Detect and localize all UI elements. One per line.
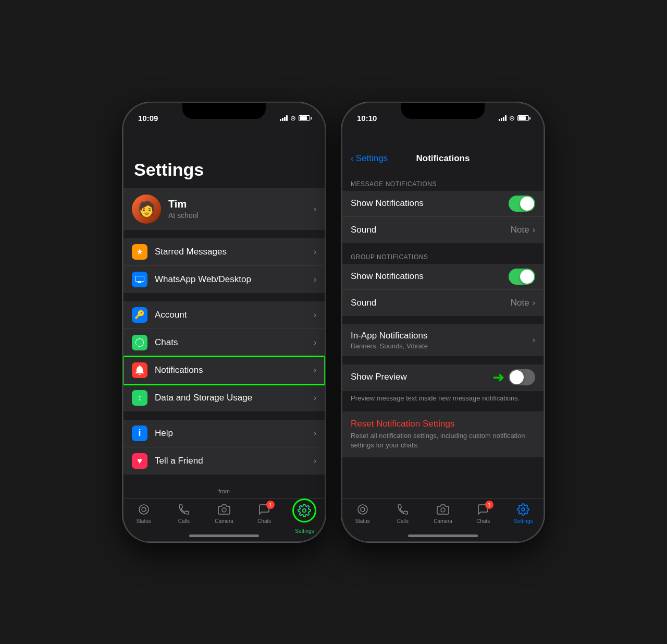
list-item-account[interactable]: 🔑 Account › [123, 301, 325, 329]
tab-camera[interactable]: Camera [204, 503, 244, 524]
right-phone: 10:10 ⊛ ‹ Settings [341, 102, 545, 542]
svg-point-8 [303, 508, 306, 512]
grp-show-label: Show Notifications [351, 264, 509, 288]
status-tab-icon [355, 503, 369, 517]
friend-label: Tell a Friend [155, 456, 314, 466]
chevron-left-icon: ‹ [351, 153, 354, 164]
notif-content: ‹ Settings Notifications MESSAGE NOTIFIC… [342, 149, 544, 521]
msg-notifications-section: Show Notifications Sound Note › [342, 191, 544, 243]
profile-row[interactable]: 🧑 Tim At school › [123, 188, 325, 230]
profile-info: Tim At school [168, 198, 314, 220]
tab-calls[interactable]: Calls [164, 503, 204, 524]
svg-point-7 [222, 508, 226, 512]
profile-name: Tim [168, 198, 314, 210]
settings-highlight [292, 499, 316, 523]
list-item-chats[interactable]: Chats › [123, 329, 325, 357]
grp-show-toggle[interactable] [509, 269, 535, 285]
chats-label: Chats [155, 337, 314, 348]
web-label: WhatsApp Web/Desktop [155, 274, 314, 285]
nav-back-button[interactable]: ‹ Settings [351, 153, 388, 164]
section-1: ★ Starred Messages › WhatsApp Web/Deskto… [123, 238, 325, 293]
svg-point-12 [522, 508, 525, 511]
msg-sound[interactable]: Sound Note › [342, 217, 544, 243]
status-time: 10:10 [357, 114, 377, 123]
notch [182, 103, 266, 119]
notifications-label: Notifications [155, 365, 314, 375]
tab-chats[interactable]: 1 Chats [463, 503, 503, 524]
chevron-icon: › [314, 275, 316, 284]
list-item-notifications[interactable]: Notifications › [123, 357, 325, 384]
battery-icon [299, 115, 310, 121]
list-item-data[interactable]: ↕ Data and Storage Usage › [123, 384, 325, 411]
status-icons: ⊛ [499, 114, 529, 122]
chats-tab-icon: 1 [257, 503, 271, 517]
chevron-icon: › [314, 366, 316, 375]
notifications-icon [132, 362, 147, 378]
inapp-subtitle: Banners, Sounds, Vibrate [351, 342, 533, 350]
inapp-title: In-App Notifications [351, 331, 533, 341]
tab-settings[interactable]: Settings [503, 503, 544, 524]
help-label: Help [155, 428, 314, 439]
grp-show-notifications[interactable]: Show Notifications [342, 264, 544, 290]
account-icon: 🔑 [132, 307, 147, 323]
tab-chats-label: Chats [476, 518, 490, 524]
msg-sound-value: Note [511, 225, 529, 235]
grp-sound[interactable]: Sound Note › [342, 290, 544, 316]
signal-icon [280, 115, 288, 121]
starred-icon: ★ [132, 244, 147, 260]
left-phone: 10:09 ⊛ Settings 🧑 Tim [122, 102, 326, 542]
nav-back-label: Settings [356, 153, 388, 164]
chevron-icon: › [314, 338, 316, 347]
settings-tab-icon [298, 504, 311, 517]
tab-calls-label: Calls [397, 518, 409, 524]
tab-settings-label: Settings [514, 518, 533, 524]
camera-tab-icon [217, 503, 231, 517]
green-arrow-icon: ➜ [492, 369, 504, 386]
reset-description: Reset all notification settings, includi… [351, 431, 535, 450]
list-item-starred[interactable]: ★ Starred Messages › [123, 238, 325, 266]
status-tab-icon [137, 503, 151, 517]
tab-status-label: Status [355, 518, 369, 524]
tab-settings[interactable]: Settings [285, 503, 325, 534]
svg-point-6 [142, 507, 146, 512]
list-item-web[interactable]: WhatsApp Web/Desktop › [123, 266, 325, 293]
preview-description: Preview message text inside new message … [342, 391, 544, 411]
msg-show-notifications[interactable]: Show Notifications [342, 191, 544, 217]
svg-point-10 [361, 507, 365, 512]
tab-status[interactable]: Status [342, 503, 382, 524]
chevron-icon: › [533, 298, 535, 308]
list-item-friend[interactable]: ♥ Tell a Friend › [123, 447, 325, 475]
tab-status[interactable]: Status [123, 503, 164, 524]
avatar: 🧑 [132, 195, 161, 224]
web-icon [132, 272, 147, 287]
show-preview-row[interactable]: Show Preview ➜ [342, 364, 544, 391]
signal-icon [499, 115, 507, 121]
chevron-icon: › [314, 456, 316, 466]
grp-sound-label: Sound [351, 291, 511, 315]
home-indicator [408, 534, 478, 537]
grp-notifications-section: Show Notifications Sound Note › [342, 264, 544, 316]
msg-show-toggle[interactable] [509, 196, 535, 212]
tab-chats-label: Chats [257, 518, 271, 524]
section-3: i Help › ♥ Tell a Friend › [123, 420, 325, 475]
tab-calls[interactable]: Calls [382, 503, 423, 524]
grp-sound-value: Note [511, 298, 529, 308]
section-2: 🔑 Account › Chats › [123, 301, 325, 411]
msg-show-label: Show Notifications [351, 191, 509, 215]
status-time: 10:09 [138, 114, 158, 123]
tab-chats[interactable]: 1 Chats [244, 503, 285, 524]
list-item-help[interactable]: i Help › [123, 420, 325, 447]
calls-tab-icon [396, 503, 410, 517]
battery-icon [517, 115, 529, 121]
chats-badge: 1 [485, 501, 493, 509]
inapp-notifications[interactable]: In-App Notifications Banners, Sounds, Vi… [342, 324, 544, 356]
tab-camera[interactable]: Camera [423, 503, 463, 524]
settings-tab-icon [516, 503, 530, 517]
reset-notifications-row[interactable]: Reset Notification Settings Reset all no… [342, 411, 544, 457]
tab-camera-label: Camera [215, 518, 233, 524]
tab-status-label: Status [136, 518, 151, 524]
show-preview-toggle[interactable] [509, 369, 535, 385]
data-icon: ↕ [132, 390, 147, 406]
chevron-icon: › [314, 247, 316, 257]
chevron-icon: › [533, 225, 535, 235]
